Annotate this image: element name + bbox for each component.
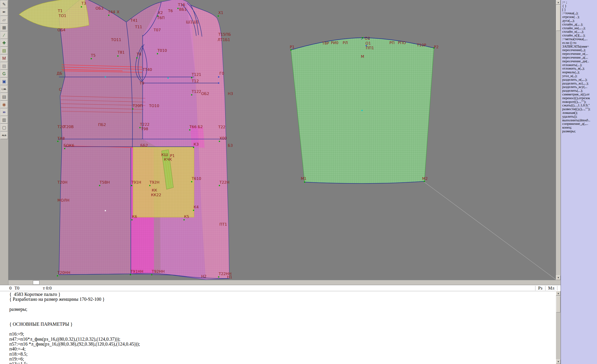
point-label: ББ2 <box>140 143 148 148</box>
code-vscroll-thumb[interactable] <box>556 296 560 312</box>
alg-tool[interactable]: ALG <box>0 132 8 139</box>
command-item[interactable]: перенос((),отрезок <box>562 96 597 100</box>
layers-tool[interactable]: ▣ <box>0 78 8 85</box>
code-line[interactable]: п18:=8.5; <box>0 352 556 356</box>
command-item[interactable]: сопряжение_д(,,.. <box>562 122 597 126</box>
mode-ml-button[interactable]: Мл <box>545 286 557 291</box>
point-label: С <box>59 87 62 92</box>
command-item[interactable]: сплайн_д(,,..); <box>562 23 597 26</box>
threed-tool[interactable]: 3D <box>0 109 8 116</box>
command-item[interactable]: сжать((),..,1.1,0.9," <box>562 103 597 107</box>
command-item[interactable]: нормаль(,,); <box>562 71 597 74</box>
command-item[interactable]: сплайн_кк(,,..,); <box>562 26 597 30</box>
code-line[interactable]: п16:=9; <box>0 332 556 336</box>
command-item[interactable]: разделить(,..); <box>562 89 597 93</box>
drawing-canvas[interactable]: Т3ОБ3Т1ТО1Т44ХХ2Т6Т6ПТ16ВБ1Х1ОБ4Т41Т11Ш1… <box>8 0 556 280</box>
command-item[interactable]: сплайн_к[](,,..); <box>562 34 597 37</box>
command-item[interactable]: сплайн_к(,,..,); <box>562 30 597 34</box>
command-item[interactable]: := ; <box>562 0 597 4</box>
code-line[interactable]: п57:=п16 *л_фнк(рз_16,((80,0.38),(92,0.3… <box>0 342 556 347</box>
person-tool-icon: ◉ <box>2 102 6 107</box>
canvas-hscroll-thumb[interactable] <box>33 280 39 285</box>
i66-tool[interactable]: i_66. <box>0 85 8 93</box>
code-line[interactable] <box>0 302 556 307</box>
command-item[interactable]: пересечение(,,); <box>562 48 597 52</box>
point-label: Р2 <box>434 45 439 49</box>
status-mode-group: Рз Мл <box>535 285 557 291</box>
code-vscrollbar[interactable]: ▲ ▼ <box>556 291 561 364</box>
command-item[interactable]: разделить_ксу(,.. <box>562 85 597 89</box>
command-item[interactable]: размеры; <box>562 129 597 133</box>
command-item[interactable]: симметрия_л((),от <box>562 93 597 96</box>
code-line[interactable] <box>0 317 556 322</box>
command-item[interactable]: :=метка(точка(,,.. <box>562 37 597 41</box>
point-label: ОБ3 <box>95 6 103 10</box>
command-item[interactable]: пересечение_д(,.. <box>562 56 597 60</box>
g-tool[interactable]: G <box>0 70 8 78</box>
code-line[interactable]: размеры; <box>0 307 556 312</box>
code-line[interactable]: п40:=-4; <box>0 347 556 351</box>
code-area[interactable]: { 4583 Короткое пальто }{ Разработано на… <box>0 291 556 364</box>
point-label: КЧК <box>164 157 172 162</box>
mode-rz-button[interactable]: Рз <box>535 286 545 291</box>
ruler-tool[interactable]: ∕ <box>0 32 8 39</box>
command-item[interactable]: разделить_кс(,,..); <box>562 82 597 85</box>
swatch-tool[interactable]: ▧ <box>0 47 8 54</box>
scroll-up-button[interactable]: ▲ <box>556 0 561 5</box>
command-item[interactable]: конец; <box>562 126 597 129</box>
pen-tool[interactable]: ✒ <box>0 8 8 16</box>
layers-tool-icon: ▣ <box>2 79 6 84</box>
point-marker <box>361 110 363 111</box>
command-item[interactable]: если () то <box>562 41 597 45</box>
command-item[interactable]: отложить_в(,,); <box>562 67 597 71</box>
pencil-tool-icon: ✎ <box>2 2 6 7</box>
canvas-vscrollbar[interactable]: ▲ ▼ <box>556 0 561 285</box>
code-line[interactable]: { Разработано на размер женщины 170-92-1… <box>0 297 556 302</box>
scroll-down-button[interactable]: ▼ <box>556 275 561 280</box>
command-item[interactable]: :=точка(,,); <box>562 11 597 15</box>
command-item[interactable]: разделить_н(,,..); <box>562 78 597 82</box>
canvas-viewport[interactable]: Т3ОБ3Т1ТО1Т44ХХ2Т6Т6ПТ16ВБ1Х1ОБ4Т41Т11Ш1… <box>8 0 556 280</box>
point-label: Т121 <box>191 72 201 77</box>
film-tool[interactable]: ▥ <box>0 116 8 124</box>
code-scroll-down-button[interactable]: ▼ <box>556 359 561 364</box>
grid-tool[interactable]: ▦ <box>0 24 8 31</box>
command-item[interactable]: пересечение_н(,.. <box>562 52 597 56</box>
point-marker <box>191 181 192 182</box>
code-line[interactable]: { ОСНОВНЫЕ ПАРАМЕТРЫ } <box>0 322 556 327</box>
code-line[interactable] <box>0 312 556 317</box>
app-window: ✎✒▱▦∕✚▧М▨G▣i_66.▤◉3D▥▢ALG <box>0 0 597 364</box>
m-tool[interactable]: М <box>0 55 8 62</box>
command-item[interactable]: поворот((),..,""); <box>562 100 597 104</box>
code-line[interactable]: { 4583 Короткое пальто } <box>0 292 556 297</box>
command-item[interactable]: отрезок( , ); <box>562 15 597 19</box>
command-item[interactable]: отложить(,..); <box>562 63 597 67</box>
code-line[interactable]: п13:=1.5; <box>0 361 556 364</box>
sheet-tool[interactable]: ▢ <box>0 124 8 131</box>
point-label: РПО <box>398 41 406 45</box>
point-label: Т15ПБ <box>218 32 231 37</box>
code-line[interactable] <box>0 327 556 332</box>
command-item[interactable]: { } <box>562 4 597 8</box>
command-item[interactable]: дуга(,,,); <box>562 19 597 23</box>
pipette-tool[interactable]: ✚ <box>0 39 8 47</box>
code-line[interactable]: п19:=6; <box>0 356 556 361</box>
command-item[interactable]: пересечение_дн(.. <box>562 60 597 63</box>
pencil-tool[interactable]: ✎ <box>0 1 8 8</box>
table-tool[interactable]: ▤ <box>0 93 8 101</box>
bodice-pattern[interactable] <box>19 0 229 279</box>
code-scroll-up-button[interactable]: ▲ <box>556 291 561 296</box>
code-line[interactable]: п47:=п16*л_фнк(рз_16,((80,0.32),(112,0.3… <box>0 337 556 342</box>
command-item[interactable]: угол_к(,,); <box>562 74 597 78</box>
eraser-tool[interactable]: ▱ <box>0 16 8 24</box>
command-item[interactable]: развести((),(),..,""); <box>562 107 597 111</box>
command-item[interactable]: выполнить(dmod\.. <box>562 119 597 122</box>
palette-tool[interactable]: ▨ <box>0 62 8 70</box>
canvas-hscrollbar[interactable] <box>8 280 556 285</box>
command-item[interactable]: ломаная(); <box>562 111 597 115</box>
command-item[interactable]: ЗАПИСАТЬ(имя= <box>562 45 597 48</box>
canvas-vscroll-thumb[interactable] <box>556 5 560 31</box>
command-item[interactable]: удалить(); <box>562 115 597 119</box>
command-item[interactable]: [ ] <box>562 8 597 12</box>
person-tool[interactable]: ◉ <box>0 101 8 108</box>
